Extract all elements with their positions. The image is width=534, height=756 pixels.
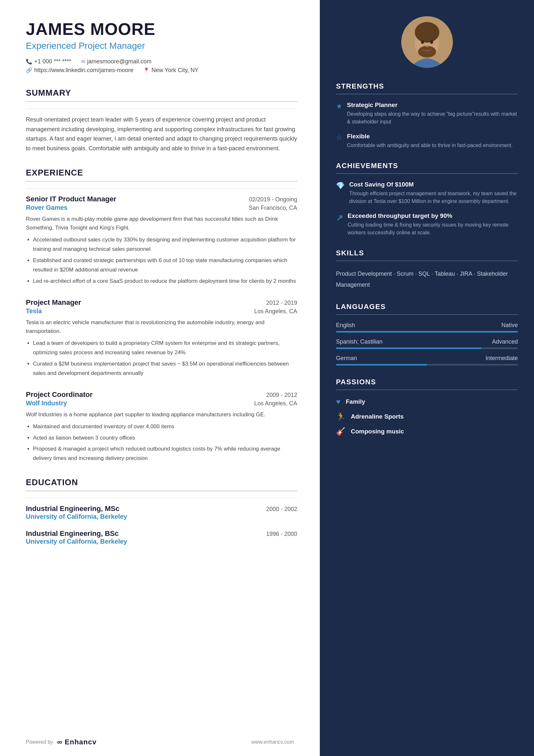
exp-desc-3: Wolf Industries is a home appliance part… xyxy=(26,410,297,419)
language-level-3: Intermediate xyxy=(486,355,518,362)
experience-title: EXPERIENCE xyxy=(26,168,297,182)
edu-date-1: 2000 - 2002 xyxy=(266,506,297,513)
footer: Powered by ∞ Enhancv www.enhancv.com xyxy=(26,738,320,746)
running-icon: 🏃 xyxy=(336,412,346,421)
exp-role-2: Project Manager xyxy=(26,298,81,307)
edu-degree-1: Industrial Engineering, MSc xyxy=(26,504,119,513)
exp-desc-1: Rover Games is a multi-play mobile game … xyxy=(26,215,297,232)
bullet-item: Established and curated strategic partne… xyxy=(33,256,297,275)
svg-point-4 xyxy=(421,40,424,44)
strengths-section: STRENGTHS ★ Strategic Planner Developing… xyxy=(336,82,518,149)
diamond-icon: 💎 xyxy=(336,182,345,190)
link-icon: 🔗 xyxy=(26,67,32,73)
music-icon: 🎸 xyxy=(336,427,346,436)
bullet-item: Curated a $2M business implementation pr… xyxy=(33,360,297,378)
summary-title: SUMMARY xyxy=(26,88,297,102)
strength-item-2: ☆ Flexible Comfortable with ambiguity an… xyxy=(336,133,518,149)
achievement-desc-1: Through efficient project management and… xyxy=(349,190,518,205)
education-title: EDUCATION xyxy=(26,477,297,491)
edu-date-2: 1996 - 2000 xyxy=(266,531,297,537)
education-entry-1: Industrial Engineering, MSc 2000 - 2002 … xyxy=(26,504,297,520)
skills-section: SKILLS Product Development · Scrum · SQL… xyxy=(336,249,518,290)
bullet-item: Led re-architect effort of a core SaaS p… xyxy=(33,277,297,286)
exp-location-1: San Francisco, CA xyxy=(249,204,297,211)
language-level-1: Native xyxy=(501,322,518,329)
star-filled-icon: ★ xyxy=(336,102,343,111)
language-name-3: German xyxy=(336,355,357,362)
exp-bullets-2: Lead a team of developers to build a pro… xyxy=(26,339,297,378)
exp-location-2: Los Angeles, CA xyxy=(254,308,297,315)
passion-label-1: Family xyxy=(346,398,365,405)
edu-school-1: University of California, Berkeley xyxy=(26,513,297,520)
language-item-2: Spanish; Castilian Advanced xyxy=(336,338,518,349)
exp-date-3: 2009 - 2012 xyxy=(266,392,297,398)
language-bar-bg-2 xyxy=(336,347,518,349)
location-icon: 📍 xyxy=(143,67,150,73)
svg-point-3 xyxy=(418,46,436,58)
exp-desc-2: Tesla is an electric vehicle manufacture… xyxy=(26,318,297,336)
language-level-2: Advanced xyxy=(492,338,518,345)
achievement-desc-2: Cutting loading time & fixing key securi… xyxy=(347,221,518,237)
heart-icon: ♥ xyxy=(336,397,341,406)
svg-point-6 xyxy=(426,45,428,47)
bullet-item: Accelerated outbound sales cycle by 330%… xyxy=(33,235,297,254)
language-bar-bg-3 xyxy=(336,364,518,365)
experience-entry-1: Senior IT Product Manager 02/2019 - Ongo… xyxy=(26,195,297,286)
achievement-name-2: Exceeded throughput target by 90% xyxy=(347,212,518,220)
edu-degree-2: Industrial Engineering, BSc xyxy=(26,529,118,538)
languages-section: LANGUAGES English Native Spanish; Castil… xyxy=(336,303,518,365)
star-outline-icon: ☆ xyxy=(336,133,343,142)
experience-entry-2: Project Manager 2012 - 2019 Tesla Los An… xyxy=(26,298,297,378)
bullet-item: Maintained and documented inventory of o… xyxy=(33,422,297,431)
email-value: jamesmoore@gmail.com xyxy=(87,58,151,65)
phone-contact: 📞 +1 000 *** **** xyxy=(26,58,71,65)
exp-company-3: Wolf Industry xyxy=(26,399,67,407)
achievement-name-1: Cost Saving Of $100M xyxy=(349,181,518,188)
passion-item-2: 🏃 Adrenaline Sports xyxy=(336,412,518,421)
language-name-1: English xyxy=(336,322,355,329)
location-value: New York City, NY xyxy=(151,67,199,74)
strength-name-2: Flexible xyxy=(347,133,513,140)
bullet-item: Acted as liaison between 3 country offic… xyxy=(33,433,297,443)
strengths-title: STRENGTHS xyxy=(336,82,518,94)
language-item-1: English Native xyxy=(336,322,518,333)
svg-point-5 xyxy=(430,40,433,44)
passion-item-3: 🎸 Composing music xyxy=(336,427,518,436)
skills-title: SKILLS xyxy=(336,249,518,261)
bullet-item: Lead a team of developers to build a pro… xyxy=(33,339,297,358)
language-bar-fill-1 xyxy=(336,331,518,333)
email-contact: ✉ jamesmoore@gmail.com xyxy=(81,58,151,65)
edu-school-2: University of California, Berkeley xyxy=(26,538,297,545)
achievement-item-1: 💎 Cost Saving Of $100M Through efficient… xyxy=(336,181,518,205)
summary-section: SUMMARY Result-orientated project team l… xyxy=(26,88,297,153)
phone-value: +1 000 *** **** xyxy=(34,58,71,65)
exp-bullets-1: Accelerated outbound sales cycle by 330%… xyxy=(26,235,297,286)
exp-role-1: Senior IT Product Manager xyxy=(26,195,116,203)
avatar xyxy=(401,16,453,68)
strength-desc-1: Developing steps along the way to achiev… xyxy=(347,110,518,126)
exp-bullets-3: Maintained and documented inventory of o… xyxy=(26,422,297,464)
language-name-2: Spanish; Castilian xyxy=(336,338,383,345)
language-bar-fill-2 xyxy=(336,347,481,349)
enhancv-logo: ∞ Enhancv xyxy=(57,738,97,746)
right-panel: STRENGTHS ★ Strategic Planner Developing… xyxy=(320,0,534,756)
bullet-item: Proposed & managed a project which reduc… xyxy=(33,445,297,463)
svg-point-2 xyxy=(415,22,439,43)
achievements-title: ACHIEVEMENTS xyxy=(336,162,518,174)
education-section: EDUCATION Industrial Engineering, MSc 20… xyxy=(26,477,297,545)
passions-section: PASSIONS ♥ Family 🏃 Adrenaline Sports 🎸 … xyxy=(336,378,518,436)
powered-by-label: Powered by xyxy=(26,739,53,745)
strength-desc-2: Comfortable with ambiguity and able to t… xyxy=(347,142,513,149)
strength-name-1: Strategic Planner xyxy=(347,101,518,109)
phone-icon: 📞 xyxy=(26,59,32,65)
languages-title: LANGUAGES xyxy=(336,303,518,315)
experience-entry-3: Project Coordinator 2009 - 2012 Wolf Ind… xyxy=(26,391,297,464)
skills-text: Product Development · Scrum · SQL · Tabl… xyxy=(336,268,518,290)
language-bar-bg-1 xyxy=(336,331,518,333)
exp-company-2: Tesla xyxy=(26,308,42,315)
location-contact: 📍 New York City, NY xyxy=(143,67,199,74)
exp-date-1: 02/2019 - Ongoing xyxy=(249,196,297,203)
avatar-container xyxy=(336,16,518,68)
passion-label-3: Composing music xyxy=(351,428,404,435)
language-item-3: German Intermediate xyxy=(336,355,518,365)
